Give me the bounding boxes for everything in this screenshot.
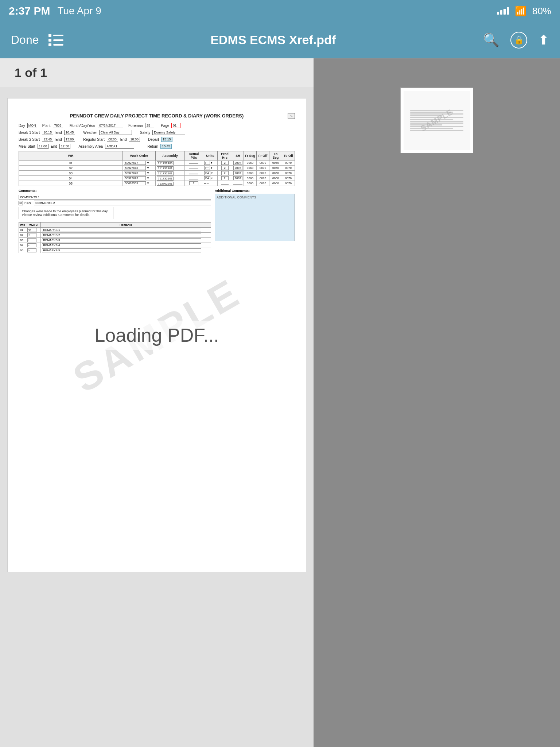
cell-assembly[interactable]: 713762901: [156, 181, 185, 186]
remarks-wztc[interactable]: w: [26, 228, 41, 233]
cell-workorder[interactable]: 50092569 ▼: [123, 181, 156, 186]
form-title: PENNDOT CREW DAILY PROJECT TIME RECORD &…: [19, 113, 295, 119]
cell-units[interactable]: ▼: [203, 181, 218, 186]
list-icon: [48, 34, 63, 46]
cell-workorder[interactable]: 50927620 ▼: [123, 171, 156, 176]
cell-actualpus[interactable]: [185, 166, 203, 171]
signal-icon: [497, 7, 509, 15]
nav-left: Done: [11, 33, 63, 47]
search-icon[interactable]: 🔍: [483, 32, 499, 48]
remarks-row: 05 b REMARKS 5: [19, 248, 211, 253]
page-indicator: 1 of 1: [0, 58, 314, 87]
additional-comments-box[interactable]: ADDITIONAL COMMENTS: [215, 194, 295, 241]
cell-workorder[interactable]: 50927623 ▼: [123, 176, 156, 181]
day-field[interactable]: MON: [27, 123, 37, 128]
lock-icon[interactable]: 🔒: [510, 32, 527, 49]
remarks-wr: 03: [19, 238, 26, 243]
cell-frseg: 0060: [244, 176, 257, 181]
status-date: Tue Apr 9: [57, 5, 101, 17]
mealstart-field[interactable]: 12:00: [38, 144, 49, 149]
table-row: 04 50927623 ▼ 711732101 EA ▼ 2 2007 0060…: [19, 176, 295, 181]
page-number: 1 of 1: [15, 66, 47, 80]
safety-field[interactable]: Dummy Safety: [152, 130, 185, 135]
cell-prodhrs[interactable]: 2: [218, 176, 232, 181]
remarks-text[interactable]: REMARKS 2: [41, 233, 211, 238]
cell-assembly[interactable]: 711732403: [156, 160, 185, 166]
change-notice: Changes were made to the employees plann…: [19, 207, 113, 219]
done-button[interactable]: Done: [11, 33, 39, 47]
comment2-input[interactable]: COMMENTS 2: [34, 201, 211, 205]
break1start-field[interactable]: 10:15: [42, 130, 53, 135]
expand-icon[interactable]: ⤡: [288, 113, 295, 119]
cell-units[interactable]: EA ▼: [203, 171, 218, 176]
col-toseg: To Seg: [269, 151, 282, 160]
regend-field[interactable]: 18:00: [129, 137, 140, 142]
cell-workorder[interactable]: 50927618 ▼: [123, 166, 156, 171]
cell-frseg: 0060: [244, 166, 257, 171]
comments-label: Comments:: [19, 189, 37, 193]
cell-assembly[interactable]: 711732101: [156, 171, 185, 176]
cell-froff: 0070: [257, 166, 269, 171]
break1end-field[interactable]: 10:45: [64, 130, 75, 135]
remarks-wztc[interactable]: t: [26, 238, 41, 243]
regend-label: End: [120, 138, 127, 142]
break2start-field[interactable]: 12:45: [42, 137, 53, 142]
eas-checkbox[interactable]: ☒: [19, 201, 23, 205]
foreman-label: Foreman: [128, 124, 143, 128]
additional-comments-content: ADDITIONAL COMMENTS: [217, 196, 256, 199]
cell-assembly[interactable]: 711732401: [156, 166, 185, 171]
cell-sr[interactable]: 2007: [232, 166, 244, 171]
plant-field[interactable]: 7803: [53, 123, 63, 128]
foreman-field[interactable]: 25: [145, 123, 154, 128]
cell-actualpus[interactable]: [185, 160, 203, 166]
cell-actualpus[interactable]: 2: [185, 181, 203, 186]
cell-units[interactable]: EA ▼: [203, 176, 218, 181]
cell-froff: 0070: [257, 181, 269, 186]
day-label: Day: [19, 124, 25, 128]
cell-prodhrs[interactable]: 2: [218, 160, 232, 166]
pdf-area: 1 of 1 Loading PDF... SAMPLE PENNDOT CRE…: [0, 58, 314, 747]
table-row: 02 50927618 ▼ 711732401 FT ▼ 2 2007 0060…: [19, 166, 295, 171]
cell-sr[interactable]: 2007: [232, 160, 244, 166]
cell-prodhrs[interactable]: 2: [218, 166, 232, 171]
cell-actualpus[interactable]: [185, 176, 203, 181]
share-icon[interactable]: ⬆: [538, 32, 549, 48]
cell-prodhrs[interactable]: 2: [218, 171, 232, 176]
assembly-field[interactable]: AREA1: [105, 144, 134, 149]
status-bar: 2:37 PM Tue Apr 9 📶 80%: [0, 0, 560, 22]
cell-units[interactable]: FT ▼: [203, 160, 218, 166]
cell-toseg: 0060: [269, 176, 282, 181]
page-label: Page: [161, 124, 169, 128]
remarks-wztc[interactable]: c: [26, 243, 41, 248]
cell-assembly[interactable]: 711732101: [156, 176, 185, 181]
thumb-line-1: [410, 110, 463, 111]
cell-units[interactable]: FT ▼: [203, 166, 218, 171]
break2end-field[interactable]: 13:00: [64, 137, 75, 142]
cell-sr[interactable]: 2007: [232, 171, 244, 176]
mealend-field[interactable]: 12:30: [59, 144, 71, 149]
remarks-wztc[interactable]: b: [26, 248, 41, 253]
cell-sr[interactable]: 2007: [232, 176, 244, 181]
eas-label: E&S: [24, 201, 31, 205]
cell-froff: 0070: [257, 171, 269, 176]
return-field[interactable]: 15:45: [160, 144, 172, 149]
page-field[interactable]: 01: [171, 123, 180, 128]
depart-field[interactable]: 15:15: [161, 137, 172, 142]
date-field[interactable]: 07/24/2017: [98, 123, 123, 128]
cell-sr[interactable]: [232, 181, 244, 186]
cell-prodhrs[interactable]: [218, 181, 232, 186]
regstart-field[interactable]: 08:00: [107, 137, 118, 142]
cell-actualpus[interactable]: [185, 171, 203, 176]
main-content: 1 of 1 Loading PDF... SAMPLE PENNDOT CRE…: [0, 58, 560, 747]
table-row: 05 50092569 ▼ 713762901 2 ▼ 0060 0070 00…: [19, 181, 295, 186]
remarks-text[interactable]: REMARKS 4: [41, 243, 211, 248]
remarks-text[interactable]: REMARKS 3: [41, 238, 211, 243]
cell-workorder[interactable]: 50927617 ▼: [123, 160, 156, 166]
pdf-thumbnail[interactable]: SAMPLE: [400, 88, 473, 153]
remarks-text[interactable]: REMARKS 1: [41, 228, 211, 233]
comment1-input[interactable]: COMMENTS 1: [19, 195, 211, 200]
cell-wr: 02: [19, 166, 123, 171]
weather-field[interactable]: Clear All Day: [99, 130, 132, 135]
remarks-wztc[interactable]: z: [26, 233, 41, 238]
remarks-text[interactable]: REMARKS 5: [41, 248, 211, 253]
